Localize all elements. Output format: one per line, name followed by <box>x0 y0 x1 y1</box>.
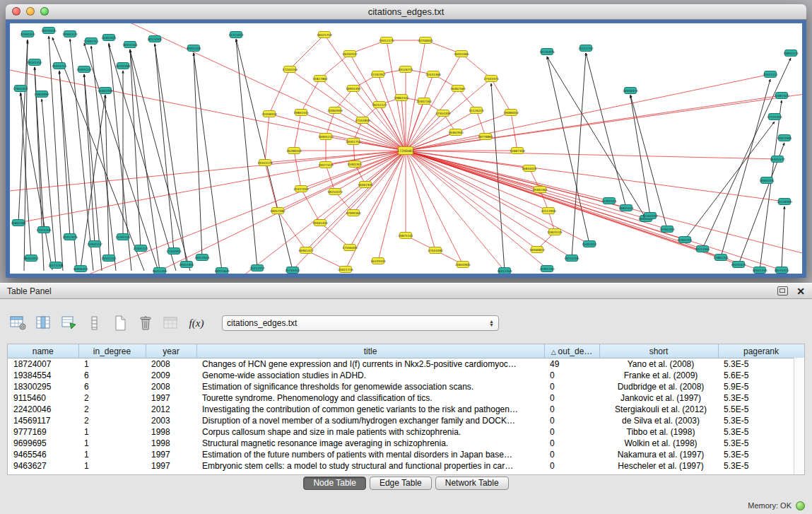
graph-node[interactable]: 19564523 <box>62 31 78 37</box>
column-header-name[interactable]: name <box>8 344 78 358</box>
graph-node[interactable]: 15493022 <box>582 241 597 247</box>
graph-node[interactable]: 16462940 <box>448 129 464 136</box>
graph-node[interactable]: 16462091 <box>98 88 113 94</box>
graph-node[interactable]: 17095712 <box>83 38 99 45</box>
graph-node[interactable]: 20358559 <box>261 111 277 117</box>
graph-node[interactable]: 15402211 <box>677 237 693 243</box>
graph-node[interactable]: 19482467 <box>532 187 548 193</box>
graph-node[interactable]: 15560193 <box>642 213 658 219</box>
graph-node[interactable]: 15745022 <box>285 267 300 274</box>
graph-node[interactable]: 18331452 <box>27 59 42 66</box>
graph-node[interactable]: 18057082 <box>270 208 286 214</box>
graph-node[interactable]: 16249343 <box>370 258 386 264</box>
import-table-icon[interactable] <box>161 314 181 332</box>
graph-node[interactable]: 20405121 <box>133 245 148 252</box>
graph-node[interactable]: 18245022 <box>774 267 789 274</box>
column-header-pagerank[interactable]: pagerank <box>718 344 804 358</box>
graph-node[interactable]: 19551902 <box>179 262 194 268</box>
graph-node[interactable]: 16961427 <box>298 247 314 254</box>
graph-node[interactable]: 17450914 <box>166 248 182 255</box>
graph-node[interactable]: 20531468 <box>425 71 441 78</box>
graph-node[interactable]: 18254073 <box>327 189 343 195</box>
graph-node[interactable]: 18425759 <box>317 32 332 38</box>
graph-node[interactable]: 18200432 <box>342 51 358 57</box>
graph-node[interactable]: 16405577 <box>770 156 785 163</box>
graph-node[interactable]: 20708003 <box>418 37 433 44</box>
tab-node-table[interactable]: Node Table <box>303 477 366 490</box>
graph-node[interactable]: 15126220 <box>469 107 484 114</box>
graph-node[interactable]: 20021716 <box>338 267 353 273</box>
graph-node[interactable]: 20212077 <box>249 265 265 271</box>
graph-node[interactable]: 18403052 <box>23 255 39 262</box>
graph-node[interactable]: 18778867 <box>478 134 493 140</box>
close-window-icon[interactable] <box>12 7 20 16</box>
graph-node[interactable]: 16502433 <box>752 267 767 274</box>
tab-network-table[interactable]: Network Table <box>435 477 509 490</box>
graph-node[interactable]: 17295102 <box>115 234 131 240</box>
graph-node[interactable]: 19861542 <box>394 95 409 101</box>
graph-node[interactable]: 18130476 <box>539 49 555 55</box>
graph-node[interactable]: 20118099 <box>777 199 792 205</box>
graph-node[interactable]: 18252227 <box>372 102 387 108</box>
graph-node[interactable]: 20441512 <box>763 71 778 78</box>
graph-node[interactable]: 17999364 <box>346 210 361 216</box>
graph-node[interactable]: 19565404 <box>312 220 328 226</box>
graph-node[interactable]: 19765433 <box>659 226 675 233</box>
graph-node[interactable]: 20402163 <box>416 98 432 105</box>
graph-node[interactable]: 19023044 <box>194 255 210 261</box>
graph-node[interactable]: 15687420 <box>774 93 789 99</box>
create-column-icon[interactable] <box>110 314 130 332</box>
graph-node[interactable]: 17204158 <box>282 66 298 73</box>
graph-node[interactable]: 17882204 <box>713 255 729 261</box>
graph-node[interactable]: 20391015 <box>601 198 617 204</box>
row-tools-icon[interactable] <box>85 314 105 332</box>
table-row[interactable]: 969969511998Structural magnetic resonanc… <box>8 438 804 449</box>
column-header-year[interactable]: year <box>146 344 196 358</box>
graph-node[interactable]: 18955397 <box>346 86 361 92</box>
graph-node[interactable]: 19245077 <box>731 262 746 268</box>
minimize-window-icon[interactable] <box>26 7 35 16</box>
graph-node[interactable]: 15902922 <box>347 161 363 168</box>
graph-node[interactable]: 19344725 <box>52 63 67 69</box>
graph-node[interactable]: 16251405 <box>152 268 167 274</box>
graph-node[interactable]: 16948474 <box>623 88 638 94</box>
graph-node[interactable]: 19412175 <box>379 37 394 44</box>
column-header-title[interactable]: title <box>196 344 544 358</box>
graph-node[interactable]: 16012344 <box>497 268 512 274</box>
select-rows-icon[interactable] <box>59 314 79 332</box>
graph-node[interactable]: 16462563 <box>450 86 466 92</box>
table-row[interactable]: 2242004622012Investigating the contribut… <box>8 404 804 415</box>
graph-node[interactable]: 16061933 <box>358 182 373 188</box>
graph-node[interactable]: 16055164 <box>122 42 138 48</box>
graph-node[interactable]: 20491200 <box>539 266 555 272</box>
delete-column-icon[interactable] <box>136 314 155 332</box>
graph-node[interactable]: 19875101 <box>398 233 413 239</box>
table-options-icon[interactable] <box>8 314 28 332</box>
graph-node[interactable]: 20060949 <box>327 107 343 114</box>
graph-node[interactable]: 19850224 <box>783 50 799 57</box>
graph-node[interactable]: 15950157 <box>87 241 102 247</box>
graph-node[interactable]: 19077429 <box>318 162 334 168</box>
graph-node[interactable]: 19086053 <box>503 110 519 116</box>
graph-node[interactable]: 20662065 <box>11 220 26 226</box>
graph-node[interactable]: 17240401 <box>397 147 413 155</box>
graph-node[interactable]: 20560451 <box>20 31 35 37</box>
graph-node[interactable]: 18124502 <box>147 36 163 42</box>
column-header-short[interactable]: short <box>599 344 718 358</box>
graph-node[interactable]: 19234705 <box>564 255 579 262</box>
graph-node[interactable]: 16816025 <box>522 165 537 172</box>
graph-node[interactable]: 18566823 <box>529 247 545 253</box>
graph-node[interactable]: 16845512 <box>618 205 634 211</box>
graph-node[interactable]: 16288443 <box>286 148 302 154</box>
column-header-out_de[interactable]: △out_de… <box>544 344 599 358</box>
graph-node[interactable]: 20650905 <box>455 262 471 268</box>
column-visibility-icon[interactable] <box>34 314 54 332</box>
graph-node[interactable]: 16906453 <box>73 266 88 272</box>
graph-node[interactable]: 15827862 <box>312 76 328 82</box>
graph-node[interactable]: 18564201 <box>759 177 775 184</box>
table-row[interactable]: 911546021997Tourette syndrome. Phenomeno… <box>8 392 804 404</box>
graph-node[interactable]: 20573705 <box>48 262 64 269</box>
graph-node[interactable]: 17554300 <box>435 110 451 117</box>
table-row[interactable]: 1872400712008Changes of HCN gene express… <box>8 358 804 370</box>
graph-node[interactable]: 20700281 <box>115 63 131 69</box>
